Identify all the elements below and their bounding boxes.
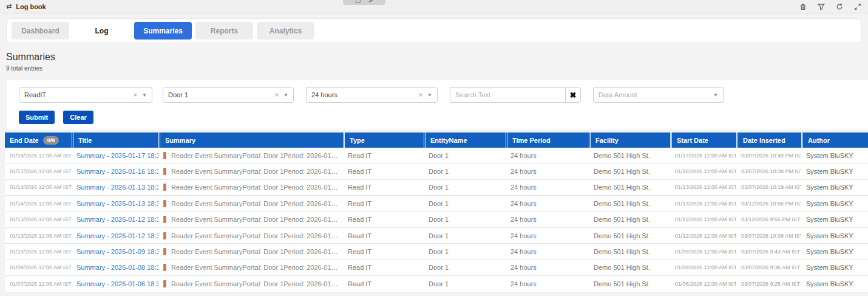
- summary-cell: Reader Event SummaryPortal: Door 1Period…: [158, 180, 343, 195]
- column-header-summary[interactable]: Summary: [158, 133, 343, 148]
- document-icon: [163, 280, 166, 287]
- document-icon: [163, 264, 166, 271]
- entity-filter-clear-icon[interactable]: ×: [275, 91, 279, 98]
- summary-link[interactable]: Summary - 2026-01-08 18:30: [76, 264, 158, 271]
- filter-icon[interactable]: [817, 2, 826, 11]
- author-cell: System BluSKY: [801, 212, 868, 227]
- summary-cell: Reader Event SummaryPortal: Door 1Period…: [158, 276, 343, 291]
- search-input[interactable]: [450, 87, 565, 103]
- author-cell: System BluSKY: [801, 148, 868, 163]
- start-date-cell: 01/06/2026 12:00 AM IST: [670, 276, 736, 291]
- time-period-cell: 24 hours: [506, 244, 589, 259]
- type-filter-dropdown[interactable]: ReadIT × ▼: [19, 87, 152, 103]
- time-period-cell: 24 hours: [506, 260, 589, 275]
- expand-icon[interactable]: [853, 2, 862, 11]
- tab-summaries[interactable]: Summaries: [134, 22, 192, 40]
- title-cell: Summary - 2026-01-17 18:30: [72, 148, 158, 163]
- column-header-entityname[interactable]: EntityName: [424, 133, 506, 148]
- summary-cell: Reader Event SummaryPortal: Door 1Period…: [158, 148, 343, 163]
- titlebar-actions: [799, 2, 862, 11]
- chevron-down-icon: ▼: [283, 92, 288, 98]
- type-filter-value: ReadIT: [24, 91, 134, 98]
- summary-text: Reader Event SummaryPortal: Door 1Period…: [171, 232, 338, 239]
- facility-cell: Demo 501 High St.: [589, 163, 670, 179]
- summary-link[interactable]: Summary - 2026-01-17 18:30: [76, 152, 158, 159]
- author-cell: System BluSKY: [801, 180, 868, 195]
- summary-cell: Reader Event SummaryPortal: Door 1Period…: [158, 212, 343, 227]
- total-entries-label: 9 total entries: [6, 65, 862, 72]
- tab-reports[interactable]: Reports: [195, 22, 253, 40]
- start-date-cell: 01/08/2026 12:00 AM IST: [670, 260, 736, 275]
- entity-name-cell: Door 1: [424, 196, 506, 211]
- time-period-filter-dropdown[interactable]: 24 hours × ▼: [306, 87, 438, 103]
- refresh-icon[interactable]: [835, 2, 844, 11]
- facility-cell: Demo 501 High St.: [589, 228, 670, 243]
- date-inserted-cell: 03/07/2026 10:19 AM IST: [736, 180, 801, 195]
- entity-filter-dropdown[interactable]: Door 1 × ▼: [163, 87, 294, 103]
- tab-log[interactable]: Log: [73, 22, 131, 40]
- type-cell: Read IT: [343, 276, 424, 291]
- facility-cell: Demo 501 High St.: [589, 148, 670, 163]
- type-cell: Read IT: [343, 260, 424, 275]
- entity-name-cell: Door 1: [424, 148, 506, 163]
- type-cell: Read IT: [343, 244, 424, 259]
- tab-dashboard[interactable]: Dashboard: [12, 22, 69, 40]
- summary-link[interactable]: Summary - 2026-01-06 18:30: [76, 280, 158, 287]
- time-period-filter-value: 24 hours: [311, 91, 419, 98]
- data-amount-dropdown[interactable]: Data Amount ▼: [593, 87, 724, 103]
- clear-button[interactable]: Clear: [63, 111, 93, 124]
- column-header-label: EntityName: [430, 137, 467, 144]
- column-header-facility[interactable]: Facility: [589, 133, 670, 148]
- date-inserted-cell: 03/07/2026 10:09 AM IST: [736, 228, 801, 243]
- table-header: End Date0/9TitleSummaryTypeEntityNameTim…: [5, 133, 868, 148]
- column-header-author[interactable]: Author: [801, 133, 868, 148]
- date-inserted-cell: 03/07/2026 9:25 AM IST: [736, 276, 801, 291]
- summaries-table: End Date0/9TitleSummaryTypeEntityNameTim…: [5, 133, 868, 292]
- screenshot-arrow-icon: ⇗: [368, 0, 373, 5]
- column-header-label: Start Date: [677, 137, 708, 144]
- summary-link[interactable]: Summary - 2026-01-13 18:30: [76, 200, 158, 207]
- end-date-cell: 01/13/2026 12:00 AM IST: [5, 212, 72, 227]
- summary-link[interactable]: Summary - 2026-01-09 18:30: [76, 248, 158, 255]
- end-date-cell: 01/09/2026 12:00 AM IST: [5, 260, 72, 275]
- summary-link[interactable]: Summary - 2026-01-13 18:30: [76, 184, 158, 191]
- column-header-title[interactable]: Title: [72, 133, 158, 148]
- start-date-cell: 01/12/2026 12:00 AM IST: [670, 212, 736, 227]
- column-header-time-period[interactable]: Time Period: [506, 133, 589, 148]
- entity-name-cell: Door 1: [424, 260, 506, 275]
- type-filter-clear-icon[interactable]: ×: [134, 91, 137, 98]
- summary-link[interactable]: Summary - 2026-01-12 18:30: [76, 216, 158, 223]
- column-header-start-date[interactable]: Start Date: [670, 133, 736, 148]
- title-cell: Summary - 2026-01-09 18:30: [72, 244, 158, 259]
- document-icon: [163, 184, 166, 191]
- start-date-cell: 01/13/2026 12:00 AM IST: [670, 196, 736, 211]
- type-cell: Read IT: [343, 212, 424, 227]
- start-date-cell: 01/13/2026 12:00 AM IST: [670, 180, 736, 195]
- column-header-type[interactable]: Type: [343, 133, 424, 148]
- screenshot-toolbar-overlay: ▢ ⇗: [343, 0, 385, 5]
- tab-analytics[interactable]: Analytics: [257, 22, 314, 40]
- end-date-cell: 01/13/2026 12:00 AM IST: [5, 228, 72, 243]
- summary-text: Reader Event SummaryPortal: Door 1Period…: [171, 200, 338, 207]
- title-cell: Summary - 2026-01-16 18:30: [72, 163, 158, 179]
- column-header-date-inserted[interactable]: Date Inserted: [736, 133, 801, 148]
- submit-button[interactable]: Submit: [19, 111, 55, 124]
- search-clear-button[interactable]: ✖: [565, 87, 581, 103]
- column-header-end-date[interactable]: End Date0/9: [5, 133, 72, 148]
- summary-text: Reader Event SummaryPortal: Door 1Period…: [171, 168, 338, 175]
- trash-icon[interactable]: [799, 2, 807, 11]
- facility-cell: Demo 501 High St.: [589, 212, 670, 227]
- time-period-cell: 24 hours: [506, 228, 589, 243]
- summary-text: Reader Event SummaryPortal: Door 1Period…: [171, 184, 338, 191]
- document-icon: [163, 168, 166, 175]
- document-icon: [163, 216, 166, 223]
- time-period-filter-clear-icon[interactable]: ×: [419, 91, 422, 98]
- author-cell: System BluSKY: [801, 163, 868, 179]
- end-date-cell: 01/14/2026 12:00 AM IST: [5, 180, 72, 195]
- summary-cell: Reader Event SummaryPortal: Door 1Period…: [158, 196, 343, 211]
- start-date-cell: 01/16/2026 12:00 AM IST: [670, 163, 736, 179]
- selection-count-badge: 0/9: [43, 136, 59, 145]
- summary-link[interactable]: Summary - 2026-01-12 18:30: [76, 232, 158, 239]
- summary-link[interactable]: Summary - 2026-01-16 18:30: [76, 168, 158, 175]
- entity-name-cell: Door 1: [424, 180, 506, 195]
